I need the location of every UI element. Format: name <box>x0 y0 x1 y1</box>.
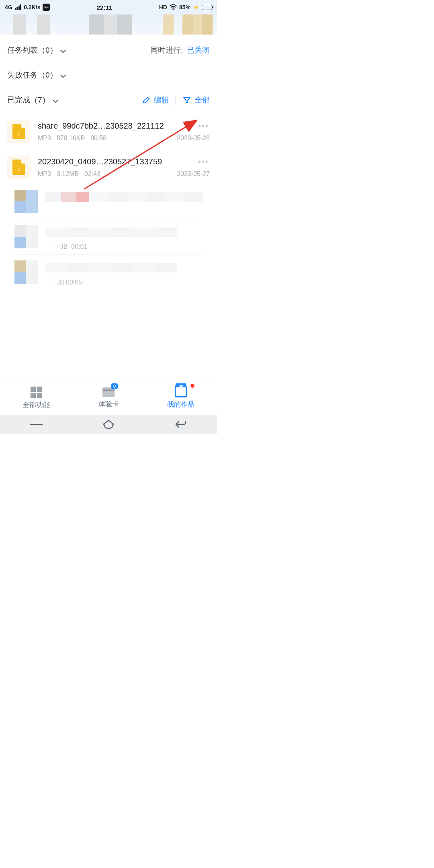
battery-percent: 85% <box>179 4 190 10</box>
file-date: 2023-05-28 <box>177 135 210 142</box>
wifi-icon <box>170 4 177 10</box>
completed-label: 已完成（7） <box>7 95 50 105</box>
tab-trial-card[interactable]: 0 体验卡 <box>72 381 145 415</box>
audio-file-icon <box>7 156 31 179</box>
redacted-file-item <box>14 184 203 219</box>
file-item[interactable]: share_99dc7bb2…230528_221112 MP3 878.16K… <box>7 113 210 148</box>
android-nav-bar <box>0 415 217 434</box>
battery-icon <box>202 5 212 10</box>
edit-icon[interactable] <box>143 96 150 104</box>
audio-file-icon <box>7 120 31 143</box>
edit-button[interactable]: 编辑 <box>154 95 169 105</box>
redacted-header <box>0 14 217 35</box>
task-list-label: 任务列表（0） <box>7 45 57 55</box>
bottom-tab-bar: 全部功能 0 体验卡 我的作品 <box>0 381 217 415</box>
status-bar: 4G 0.2K/s 〰 22:11 HD 85% ⚡ <box>0 0 217 14</box>
filter-icon[interactable] <box>183 97 190 103</box>
nav-home-button[interactable] <box>102 420 115 429</box>
file-date: 2023-05-27 <box>177 170 210 178</box>
svg-point-0 <box>172 8 174 10</box>
file-item[interactable]: 20230420_0409…230527_133759 MP3 3.12MB 0… <box>7 148 210 184</box>
grid-icon <box>31 387 42 398</box>
file-size: 3.12MB <box>57 170 79 178</box>
file-name: 20230420_0409…230527_133759 <box>38 157 210 166</box>
file-size: 878.16KB <box>57 135 85 142</box>
card-icon: 0 <box>102 387 115 397</box>
failed-label: 失败任务（0） <box>7 70 57 80</box>
tab-my-works[interactable]: 我的作品 <box>145 381 217 415</box>
chevron-down-icon <box>52 98 59 102</box>
redacted-file-item: · · JB 00:01 <box>14 219 203 255</box>
file-name: share_99dc7bb2…230528_221112 <box>38 121 210 131</box>
completed-file-list: share_99dc7bb2…230528_221112 MP3 878.16K… <box>0 113 217 290</box>
more-icon[interactable]: ••• <box>197 120 211 132</box>
file-type: MP3 <box>38 135 51 142</box>
section-task-list[interactable]: 任务列表（0） 同时进行: 已关闭 <box>0 38 217 63</box>
hd-label: HD <box>159 4 167 10</box>
tab-all-functions[interactable]: 全部功能 <box>0 381 72 415</box>
works-icon <box>175 387 187 397</box>
file-type: MP3 <box>38 170 51 178</box>
file-duration: 00:56 <box>90 135 106 142</box>
notification-dot-icon <box>190 384 194 388</box>
file-duration: 02:43 <box>84 170 100 178</box>
chevron-down-icon <box>60 48 66 52</box>
network-type: 4G <box>5 4 12 10</box>
app-indicator-icon: 〰 <box>43 4 50 11</box>
redacted-file-item: · JB 00:05 <box>14 255 203 290</box>
card-badge: 0 <box>111 383 118 389</box>
section-failed[interactable]: 失败任务（0） <box>0 63 217 88</box>
network-speed: 0.2K/s <box>24 4 40 10</box>
concurrent-label: 同时进行: <box>150 45 183 55</box>
chevron-down-icon <box>60 73 66 77</box>
clock: 22:11 <box>97 4 112 11</box>
filter-button[interactable]: 全部 <box>194 95 210 105</box>
section-completed[interactable]: 已完成（7） 编辑 │ 全部 <box>0 88 217 113</box>
more-icon[interactable]: ••• <box>197 156 211 168</box>
nav-back-button[interactable] <box>174 420 187 429</box>
nav-recent-button[interactable] <box>30 420 43 429</box>
signal-icon <box>15 4 22 10</box>
concurrent-value[interactable]: 已关闭 <box>187 45 210 55</box>
